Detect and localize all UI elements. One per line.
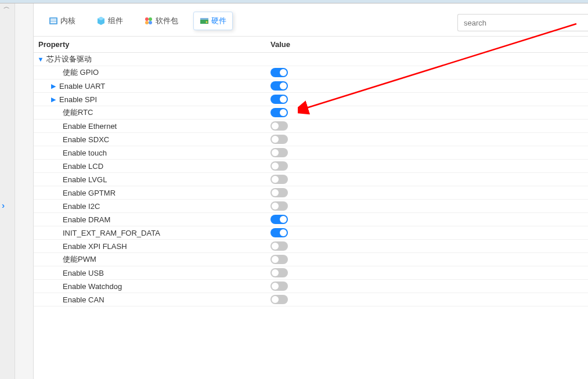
left-gutter: ︿ › ›: [0, 3, 15, 379]
svg-rect-4: [50, 20, 56, 21]
toggle-knob: [280, 229, 287, 236]
toggle-knob: [280, 82, 287, 89]
config-nav-tabs: 内核 组件 软件包 硬件: [34, 3, 588, 36]
toggle-switch[interactable]: [270, 95, 288, 104]
collapse-up-icon[interactable]: ︿: [3, 2, 10, 11]
svg-point-12: [206, 21, 208, 23]
property-label: Enable DRAM: [63, 215, 110, 224]
outer-layout: ︿ › › 内核 组件: [0, 3, 588, 379]
toggle-switch[interactable]: [270, 268, 288, 277]
property-label: Enable XPI FLASH: [63, 242, 127, 251]
property-label: 使能PWM: [63, 255, 96, 264]
toggle-knob: [280, 69, 287, 76]
tree-row[interactable]: ▶Enable LCD: [34, 160, 588, 173]
kernel-icon: [49, 16, 58, 26]
toggle-knob: [280, 96, 287, 103]
tree-row[interactable]: ▶Enable touch: [34, 146, 588, 160]
tab-hardware[interactable]: 硬件: [193, 12, 233, 30]
property-tree: ▼ 芯片设备驱动 ▶使能 GPIO▶Enable UART▶Enable SPI…: [34, 53, 588, 379]
property-label: Enable SPI: [59, 95, 97, 104]
file-tab-strip: [15, 3, 34, 379]
toggle-switch[interactable]: [270, 241, 288, 251]
tab-packages[interactable]: 软件包: [138, 12, 184, 30]
toggle-knob: [272, 189, 279, 196]
svg-point-7: [149, 17, 152, 21]
tree-group-label: 芯片设备驱动: [46, 54, 92, 64]
toggle-knob: [272, 269, 279, 276]
toggle-knob: [280, 216, 287, 223]
tab-kernel[interactable]: 内核: [43, 12, 81, 30]
tree-row[interactable]: ▶Enable UART: [34, 80, 588, 93]
property-label: Enable I2C: [63, 202, 100, 211]
property-label: INIT_EXT_RAM_FOR_DATA: [63, 229, 160, 237]
components-icon: [96, 16, 106, 26]
toggle-switch[interactable]: [270, 201, 288, 211]
search-input[interactable]: [457, 14, 588, 31]
tree-row[interactable]: ▶使能RTC: [34, 106, 588, 120]
expand-sidebar-icon[interactable]: › ›: [2, 201, 2, 210]
toggle-switch[interactable]: [270, 161, 288, 171]
toggle-switch[interactable]: [270, 121, 288, 131]
tree-row[interactable]: ▶Enable GPTMR: [34, 186, 588, 200]
tree-row[interactable]: ▶Enable LVGL: [34, 173, 588, 186]
toggle-switch[interactable]: [270, 175, 288, 184]
tab-packages-label: 软件包: [156, 16, 178, 26]
svg-point-9: [149, 21, 152, 24]
chevron-down-icon[interactable]: ▼: [37, 56, 44, 63]
tree-group-row[interactable]: ▼ 芯片设备驱动: [34, 53, 588, 66]
toggle-switch[interactable]: [270, 68, 288, 77]
toggle-switch[interactable]: [270, 81, 288, 91]
toggle-switch[interactable]: [270, 215, 288, 224]
toggle-knob: [272, 256, 279, 263]
toggle-switch[interactable]: [270, 135, 288, 144]
toggle-knob: [272, 149, 279, 156]
svg-rect-11: [200, 18, 208, 20]
header-value: Value: [268, 40, 588, 49]
tab-components-label: 组件: [108, 16, 123, 26]
toggle-switch[interactable]: [270, 148, 288, 157]
toggle-switch[interactable]: [270, 295, 288, 304]
tree-row[interactable]: ▶Enable XPI FLASH: [34, 240, 588, 253]
tree-row[interactable]: ▶使能 GPIO: [34, 66, 588, 80]
hardware-icon: [200, 16, 209, 26]
tree-row[interactable]: ▶Enable DRAM: [34, 213, 588, 226]
toggle-knob: [272, 176, 279, 183]
tree-row[interactable]: ▶Enable USB: [34, 266, 588, 280]
property-label: Enable LVGL: [63, 175, 107, 184]
tab-components[interactable]: 组件: [91, 12, 129, 30]
chevron-right-icon[interactable]: ▶: [50, 96, 57, 103]
property-label: Enable UART: [59, 82, 105, 91]
header-property: Property: [36, 40, 268, 49]
property-label: Enable Watchdog: [63, 282, 122, 291]
tree-row[interactable]: ▶Enable SPI: [34, 93, 588, 106]
tree-row[interactable]: ▶Enable Ethernet: [34, 120, 588, 133]
toggle-knob: [280, 109, 287, 116]
packages-icon: [144, 16, 153, 26]
toggle-knob: [272, 296, 279, 303]
toggle-switch[interactable]: [270, 188, 288, 197]
toggle-switch[interactable]: [270, 281, 288, 291]
property-label: Enable CAN: [63, 295, 104, 304]
property-label: Enable LCD: [63, 162, 103, 171]
svg-point-6: [145, 17, 149, 21]
toggle-switch[interactable]: [270, 228, 288, 237]
property-label: Enable GPTMR: [63, 189, 116, 197]
chevron-right-icon[interactable]: ▶: [50, 82, 57, 89]
property-label: 使能 GPIO: [63, 68, 99, 77]
tree-row[interactable]: ▶使能PWM: [34, 253, 588, 266]
toggle-switch[interactable]: [270, 255, 288, 264]
tree-row[interactable]: ▶Enable Watchdog: [34, 280, 588, 293]
tree-row[interactable]: ▶Enable I2C: [34, 200, 588, 213]
tree-row[interactable]: ▶Enable SDXC: [34, 133, 588, 146]
svg-rect-3: [50, 19, 56, 20]
grid-header: Property Value: [34, 36, 588, 53]
toggle-switch[interactable]: [270, 108, 288, 117]
toggle-knob: [272, 122, 279, 129]
tree-row[interactable]: ▶Enable CAN: [34, 293, 588, 306]
property-label: Enable SDXC: [63, 135, 109, 144]
tree-row[interactable]: ▶INIT_EXT_RAM_FOR_DATA: [34, 226, 588, 240]
property-label: Enable USB: [63, 269, 104, 277]
toggle-knob: [272, 243, 279, 250]
tab-hardware-label: 硬件: [211, 16, 226, 26]
svg-point-8: [145, 21, 149, 24]
